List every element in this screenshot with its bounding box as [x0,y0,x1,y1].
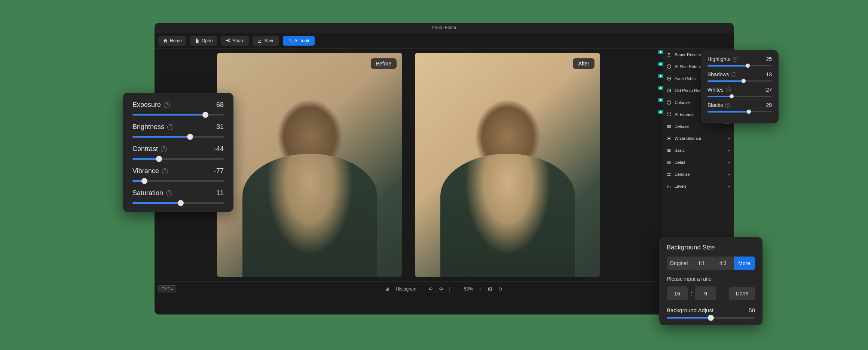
slider-brightness[interactable] [132,136,224,138]
help-icon[interactable]: ? [164,102,170,108]
svg-point-7 [668,102,669,102]
slider-label: Vibrance [132,167,159,175]
photo-icon [666,88,672,93]
adjust-white-balance[interactable]: White Balance▾ [663,132,734,144]
svg-rect-22 [490,287,491,290]
slider-value: -77 [214,167,224,175]
tone-sliders-panel: Highlights?25Shadows?13Whites?-27Blacks?… [701,50,779,123]
home-icon [163,38,168,43]
compare-icon[interactable] [487,286,492,292]
chevron-down-icon: ▾ [728,148,730,153]
slider-value: 68 [216,101,224,109]
slider-value: 31 [216,123,224,131]
sliders-icon [666,160,672,165]
home-button[interactable]: Home [158,36,186,46]
adjust-detail[interactable]: Detail▾ [663,156,734,168]
toolbar: Home Open Share Save AI Tools [155,33,734,49]
help-icon[interactable]: ? [733,57,737,62]
slider-label: Blacks [707,102,723,108]
help-icon[interactable]: ? [166,190,172,196]
save-button[interactable]: Save [253,36,279,46]
zoom-level[interactable]: 50% [464,286,473,292]
slider-value: 29 [766,102,772,108]
bg-adjust-slider[interactable] [667,317,755,319]
up-arrow-icon [666,52,672,57]
slider-contrast[interactable] [132,158,224,160]
slider-value: 13 [766,71,772,77]
svg-point-11 [668,149,669,150]
svg-point-12 [669,150,670,151]
chevron-down-icon: ▾ [728,136,730,141]
levels-icon [666,184,672,189]
face-icon [666,64,672,69]
open-button[interactable]: Open [190,36,217,46]
slider-exposure[interactable] [132,114,224,116]
ratio-more[interactable]: More [734,257,755,270]
bottom-bar: EXIF ▴ Histogram | | − 50% + [155,281,734,296]
histogram-icon [385,286,391,292]
slider-label: Highlights [707,56,730,62]
reset-icon[interactable] [498,286,503,292]
palette-icon [666,100,672,105]
ratio-width-input[interactable] [667,286,688,300]
download-icon [257,38,262,43]
undo-icon[interactable] [428,286,433,292]
help-icon[interactable]: ? [167,124,173,130]
adjust-basic[interactable]: Basic▾ [663,144,734,156]
background-size-panel: Background Size Original1:14:3More Pleas… [659,237,762,325]
chevron-down-icon: ▾ [728,160,730,165]
focus-icon [666,76,672,81]
svg-point-8 [669,101,669,102]
svg-point-10 [668,138,670,139]
svg-rect-19 [387,288,388,291]
svg-rect-21 [488,287,489,290]
slider-blacks[interactable] [707,111,772,112]
ratio-1:1[interactable]: 1:1 [691,257,712,270]
histogram-button[interactable]: Histogram [396,286,416,292]
help-icon[interactable]: ? [162,168,168,174]
svg-rect-20 [388,287,389,291]
slider-value: -27 [764,87,772,93]
sliders-icon [666,148,672,153]
redo-icon[interactable] [438,286,444,292]
dehaze-icon [666,124,672,129]
svg-rect-14 [667,173,669,174]
zoom-out-button[interactable]: − [455,286,459,292]
share-icon [225,38,230,43]
ratio-height-input[interactable] [695,286,716,300]
after-tag: After [573,58,595,69]
svg-point-2 [669,66,670,66]
svg-rect-18 [386,289,387,291]
done-button[interactable]: Done [729,287,755,300]
help-icon[interactable]: ? [161,146,167,152]
adjust-levels[interactable]: Levels▾ [663,180,734,192]
exif-button[interactable]: EXIF ▴ [158,285,176,292]
help-icon[interactable]: ? [726,88,731,92]
slider-highlights[interactable] [707,65,772,66]
share-button[interactable]: Share [221,36,249,46]
slider-label: Saturation [132,189,163,197]
adjust-denoise[interactable]: Denoise▾ [663,168,734,180]
slider-shadows[interactable] [707,80,772,82]
slider-whites[interactable] [707,96,772,97]
slider-saturation[interactable] [132,202,224,204]
slider-vibrance[interactable] [132,180,224,182]
ratio-original[interactable]: Original [667,257,691,270]
before-image[interactable]: Before [217,53,402,277]
slider-label: Brightness [132,123,164,131]
help-icon[interactable]: ? [731,72,736,77]
after-image[interactable]: After [415,53,600,277]
ratio-4:3[interactable]: 4:3 [712,257,734,270]
svg-rect-16 [667,175,669,176]
zoom-in-button[interactable]: + [478,286,482,292]
ai-tools-button[interactable]: AI Tools [283,36,315,46]
chevron-down-icon: ▾ [728,172,730,176]
svg-rect-17 [669,175,670,176]
svg-rect-15 [669,173,670,174]
svg-point-4 [668,78,670,79]
svg-point-1 [668,66,669,66]
svg-point-0 [667,65,671,69]
slider-label: Shadows [707,71,729,77]
help-icon[interactable]: ? [725,103,730,108]
expand-icon [666,112,672,117]
